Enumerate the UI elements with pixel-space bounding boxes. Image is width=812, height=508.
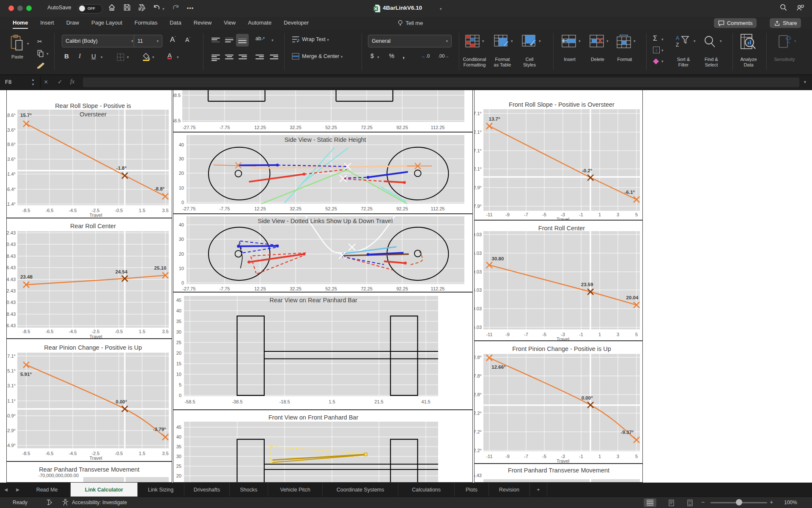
chart-front-pinion[interactable]: 12.66°0.00°-9.37°12.8°7.8°2.8°-2.2°-7.2°… [474,341,643,464]
undo-icon[interactable] [151,3,162,14]
increase-indent-button[interactable] [270,53,278,60]
comments-button[interactable]: Comments [714,18,757,28]
decrease-font-size-button[interactable]: Aˇ [185,36,190,43]
increase-font-size-button[interactable]: Aˆ [170,36,176,44]
sheet-tab-revision[interactable]: Revision [489,483,530,497]
scroll-tabs-right-icon[interactable]: ▶ [12,483,24,497]
sensitivity-button[interactable] [777,35,792,50]
fill-chevron-icon[interactable]: ▾ [661,48,664,52]
worksheet[interactable]: 15.7°-1.8°-8.8°18.6°13.6°8.6°3.6°-1.4°-6… [0,90,812,483]
chart-rear-panhard[interactable]: -70,000,000,000.00Rear Panhard Transvers… [6,461,172,483]
clear-chevron-icon[interactable]: ▾ [661,59,664,64]
copy-icon[interactable] [37,50,44,59]
name-box[interactable]: F8 [5,79,11,85]
fx-icon[interactable]: fx [70,78,74,85]
scroll-tabs-left-icon[interactable]: ◀ [0,483,12,497]
autosum-chevron-icon[interactable]: ▾ [661,37,664,41]
page-break-view-button[interactable] [683,498,696,507]
cell-styles-button[interactable] [522,35,536,49]
sheet-tab-driveshafts[interactable]: Driveshafts [184,483,230,497]
selection-mode-icon[interactable] [46,499,52,507]
normal-view-button[interactable] [644,498,656,507]
align-bottom-button[interactable] [236,34,249,47]
sheet-tab-link-calculator[interactable]: Link Calculator [71,483,137,497]
ribbon-tab-view[interactable]: View [224,17,236,28]
align-middle-button[interactable] [225,36,233,43]
chart-front-roll-slope[interactable]: 13.7°-0.2°-6.1°17.1°12.1°7.1°2.1°-2.9°-7… [474,90,643,220]
borders-chevron-icon[interactable]: ▾ [127,55,129,59]
share-button[interactable]: Share [770,18,801,28]
decrease-decimal-button[interactable]: .00→ [438,53,449,58]
ribbon-tab-review[interactable]: Review [194,17,212,28]
page-layout-view-button[interactable] [665,498,678,507]
name-box-stepper[interactable]: ▲▼ [31,77,35,87]
undo-chevron-icon[interactable]: ▾ [162,7,165,11]
ribbon-tab-page-layout[interactable]: Page Layout [91,17,122,28]
zoom-out-button[interactable]: − [701,499,705,505]
sheet-tab-plots[interactable]: Plots [455,483,489,497]
delete-chevron-icon[interactable]: ▾ [606,39,609,43]
orientation-chevron-icon[interactable]: ▾ [272,38,274,42]
add-sheet-button[interactable]: + [530,483,547,497]
font-size-select[interactable]: 11▾ [134,35,162,47]
conditional-formatting-button[interactable] [465,35,480,49]
find-select-button[interactable] [703,35,716,50]
increase-decimal-button[interactable]: ←.0 [421,53,430,58]
fill-down-button[interactable]: ↓ [653,47,660,53]
borders-button[interactable] [117,53,124,63]
paste-button[interactable] [9,35,25,54]
chart-side-travel[interactable]: 403020100-27.75-7.7512.2532.2552.2572.25… [173,214,473,292]
sheet-tab-coordinate-systems[interactable]: Coordinate Systems [323,483,398,497]
chart-front-roll-center[interactable]: 30.8023.5920.0439.0334.0329.0324.0319.03… [474,220,643,341]
bold-button[interactable]: B [64,52,69,60]
chart-rear-roll-center[interactable]: 23.4824.5425.1032.4330.4328.4326.4324.43… [6,218,172,339]
zoom-in-button[interactable]: + [770,499,773,505]
redo-icon[interactable] [171,3,181,14]
number-format-select[interactable]: General▾ [368,35,452,47]
sort-chevron-icon[interactable]: ▾ [694,39,696,43]
formula-bar-expand-icon[interactable]: ▼ [803,80,807,84]
currency-button[interactable]: $ [370,52,374,59]
document-title[interactable]: 4BarLinkV6.10 [383,5,422,11]
close-window-button[interactable] [8,6,14,11]
conditional-chevron-icon[interactable]: ▾ [482,39,484,43]
ribbon-tab-automate[interactable]: Automate [248,17,272,28]
sheet-tab-shocks[interactable]: Shocks [230,483,268,497]
cell-styles-chevron-icon[interactable]: ▾ [539,39,541,43]
tell-me-button[interactable]: Tell me [398,20,423,26]
autosum-button[interactable]: Σ [653,35,657,42]
italic-button[interactable]: I [79,52,81,60]
underline-chevron-icon[interactable]: ▾ [101,55,103,59]
delete-cells-button[interactable] [590,35,604,49]
align-top-button[interactable] [211,36,220,43]
clear-button[interactable] [653,58,659,64]
insert-chevron-icon[interactable]: ▾ [579,39,581,43]
chart-side-static[interactable]: 403020100-27.75-7.7512.2532.2552.2572.25… [173,132,473,214]
insert-cells-button[interactable] [562,35,576,49]
search-icon[interactable] [778,3,788,14]
more-commands-icon[interactable]: ••• [185,3,195,14]
chart-rear-roll-slope[interactable]: 15.7°-1.8°-8.8°18.6°13.6°8.6°3.6°-1.4°-6… [6,90,172,218]
autosave-toggle[interactable]: OFF [78,4,102,14]
fill-color-chevron-icon[interactable]: ▾ [152,55,154,59]
format-table-chevron-icon[interactable]: ▾ [511,39,513,43]
cancel-button[interactable]: × [44,78,48,86]
paste-chevron-icon[interactable]: ▾ [27,41,29,46]
font-name-select[interactable]: Calibri (Body)▾ [62,35,137,47]
copy-chevron-icon[interactable]: ▾ [47,52,49,56]
align-left-button[interactable] [211,53,220,62]
format-painter-icon[interactable] [36,62,45,71]
chart-top-view[interactable]: -38.5-58.5-27.75-7.7512.2532.2552.2572.2… [173,90,473,132]
find-chevron-icon[interactable]: ▾ [720,39,722,43]
font-color-button[interactable]: A [167,52,172,59]
save-as-icon[interactable] [137,3,147,14]
home-icon[interactable] [107,3,117,14]
merge-center-button[interactable]: Merge & Center ▾ [302,53,343,59]
ribbon-tab-draw[interactable]: Draw [66,17,79,28]
underline-button[interactable]: U [91,52,96,60]
sheet-tab-calculations[interactable]: Calculations [398,483,455,497]
format-cells-button[interactable] [617,35,631,50]
save-icon[interactable] [122,3,132,14]
ribbon-tab-data[interactable]: Data [170,17,181,28]
ribbon-tab-home[interactable]: Home [13,17,28,29]
